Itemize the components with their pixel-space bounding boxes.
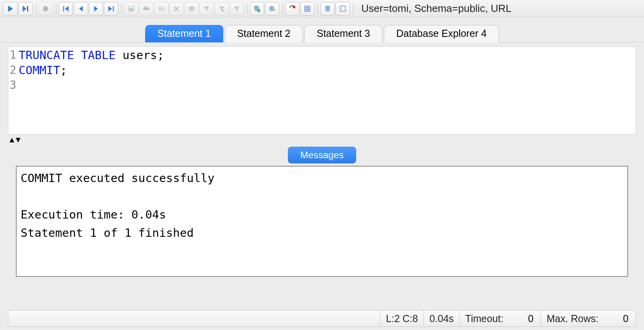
svg-marker-5 (65, 6, 69, 12)
first-button[interactable] (59, 2, 73, 15)
select-cols-button[interactable] (184, 2, 199, 15)
insert-row-button[interactable] (139, 2, 153, 15)
splitter-handle[interactable]: ▲▼ (8, 135, 636, 144)
svg-marker-0 (8, 6, 13, 12)
svg-point-34 (293, 6, 295, 8)
statement-tabbar: Statement 1 Statement 2 Statement 3 Data… (0, 17, 644, 42)
svg-marker-21 (204, 6, 209, 11)
svg-rect-44 (340, 6, 342, 12)
svg-marker-24 (234, 6, 240, 11)
last-button[interactable] (104, 2, 118, 15)
svg-point-42 (325, 10, 330, 12)
copy-row-button[interactable] (154, 2, 169, 15)
status-bar: L:2 C:8 0.04s Timeout: Max. Rows: (8, 310, 636, 327)
separator (36, 3, 36, 14)
maxrows-input[interactable] (598, 313, 630, 324)
filter-reset-icon (233, 5, 240, 12)
svg-marker-7 (94, 6, 98, 12)
sql-keyword: TRUNCATE TABLE (19, 48, 115, 62)
maxrows-cell: Max. Rows: (540, 311, 636, 326)
tab-statement-3[interactable]: Statement 3 (304, 25, 382, 42)
filter-clear-button[interactable] (215, 2, 229, 15)
run-current-button[interactable] (18, 2, 33, 15)
insert-row-icon (143, 5, 150, 12)
filter-button[interactable] (199, 2, 214, 15)
tab-dbexplorer-4[interactable]: Database Explorer 4 (384, 25, 499, 42)
sql-text: users; (115, 48, 164, 62)
toolbar: User=tomi, Schema=public, URL (0, 0, 644, 17)
separator (247, 3, 247, 14)
svg-marker-8 (108, 6, 112, 12)
svg-point-31 (269, 9, 274, 11)
delete-row-button[interactable] (169, 2, 184, 15)
line-gutter: 1 2 3 (8, 47, 17, 134)
messages-panel[interactable]: COMMIT executed successfully Execution t… (16, 166, 628, 277)
save-icon (128, 5, 135, 12)
svg-rect-2 (27, 6, 28, 12)
stop-button[interactable] (38, 2, 53, 15)
separator (318, 3, 318, 14)
transaction-toggle-button[interactable] (285, 2, 299, 15)
timeout-label: Timeout: (465, 313, 503, 324)
messages-tabbar: Messages (0, 147, 644, 163)
sql-editor-panel: 1 2 3 TRUNCATE TABLE users; COMMIT; (8, 46, 636, 134)
db-panel-icon (339, 5, 346, 12)
svg-rect-4 (63, 6, 64, 12)
columns-icon (188, 5, 195, 12)
svg-rect-11 (130, 6, 133, 8)
svg-marker-1 (23, 6, 26, 12)
grid-append-icon (304, 5, 311, 12)
prev-button[interactable] (74, 2, 88, 15)
show-dbtree-button[interactable] (335, 2, 350, 15)
tab-statement-1[interactable]: Statement 1 (145, 25, 223, 42)
svg-marker-6 (79, 6, 83, 12)
delete-icon (173, 5, 180, 12)
rollback-button[interactable] (265, 2, 279, 15)
code-area[interactable]: TRUNCATE TABLE users; COMMIT; (17, 47, 636, 134)
separator (121, 3, 122, 14)
last-icon (107, 5, 115, 12)
svg-rect-14 (159, 7, 163, 9)
commit-button[interactable] (250, 2, 264, 15)
line-number: 2 (8, 63, 16, 78)
timeout-cell: Timeout: (459, 311, 540, 326)
play-icon (7, 5, 14, 12)
svg-rect-20 (193, 6, 194, 11)
sql-editor[interactable]: 1 2 3 TRUNCATE TABLE users; COMMIT; (8, 47, 636, 134)
run-button[interactable] (3, 2, 17, 15)
cursor-position: L:2 C:8 (380, 311, 424, 326)
timeout-input[interactable] (503, 313, 535, 324)
tab-messages[interactable]: Messages (288, 147, 356, 163)
sql-keyword: COMMIT (19, 63, 60, 77)
sql-text: ; (60, 63, 67, 77)
svg-point-3 (43, 6, 48, 12)
db-commit-icon (253, 5, 261, 12)
tx-icon (289, 5, 296, 12)
exec-time: 0.04s (424, 311, 459, 326)
first-icon (62, 5, 69, 12)
maxrows-label: Max. Rows: (546, 313, 598, 324)
separator (56, 3, 56, 14)
filter-icon (203, 5, 210, 12)
next-icon (92, 5, 100, 12)
svg-rect-19 (191, 6, 192, 11)
line-number: 1 (8, 48, 16, 63)
tab-statement-2[interactable]: Statement 2 (225, 25, 303, 42)
separator (353, 3, 353, 14)
line-number: 3 (8, 78, 16, 93)
prev-icon (77, 5, 84, 12)
separator (282, 3, 283, 14)
svg-marker-23 (222, 9, 224, 12)
play-cursor-icon (22, 5, 29, 12)
save-button[interactable] (124, 2, 138, 15)
svg-rect-15 (160, 9, 164, 11)
next-button[interactable] (89, 2, 103, 15)
filter-clear-icon (218, 5, 225, 12)
connection-info: User=tomi, Schema=public, URL (361, 2, 512, 15)
svg-rect-9 (113, 6, 114, 12)
svg-rect-18 (189, 6, 190, 11)
show-dbexplorer-button[interactable] (320, 2, 335, 15)
append-results-button[interactable] (300, 2, 314, 15)
svg-rect-12 (144, 8, 149, 10)
filter-reset-button[interactable] (230, 2, 244, 15)
